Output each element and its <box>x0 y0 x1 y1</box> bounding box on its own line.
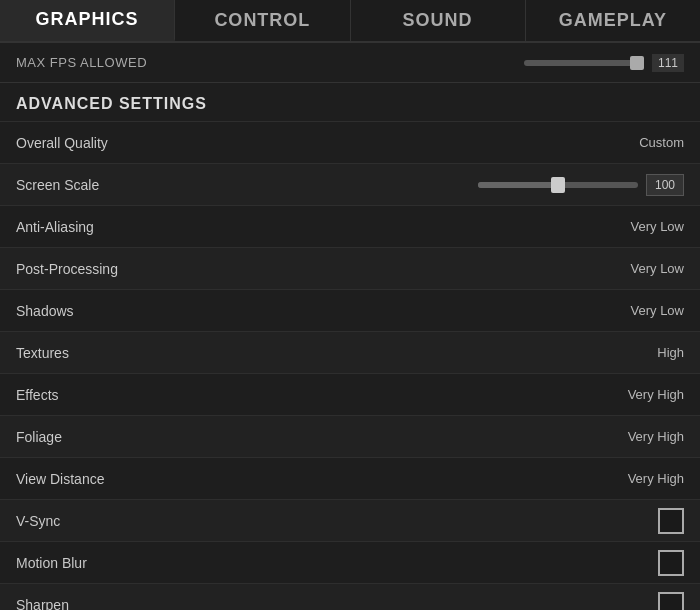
setting-row-overall-quality: Overall Quality Custom <box>0 121 700 163</box>
fps-label: Max FPS Allowed <box>16 55 147 70</box>
motion-blur-checkbox[interactable] <box>658 550 684 576</box>
foliage-label: Foliage <box>16 429 62 445</box>
screen-scale-right: 100 <box>478 174 684 196</box>
sharpen-label: Sharpen <box>16 597 69 611</box>
shadows-label: Shadows <box>16 303 74 319</box>
v-sync-checkbox[interactable] <box>658 508 684 534</box>
effects-value[interactable]: Very High <box>628 387 684 402</box>
setting-row-sharpen: Sharpen <box>0 583 700 610</box>
anti-aliasing-value[interactable]: Very Low <box>631 219 684 234</box>
textures-label: Textures <box>16 345 69 361</box>
tab-graphics[interactable]: GRAPHICS <box>0 0 175 41</box>
screen-scale-slider[interactable] <box>478 182 638 188</box>
fps-row: Max FPS Allowed 111 <box>0 43 700 83</box>
effects-label: Effects <box>16 387 59 403</box>
screen-scale-value: 100 <box>646 174 684 196</box>
tab-sound[interactable]: SOUND <box>351 0 526 41</box>
setting-row-textures: Textures High <box>0 331 700 373</box>
anti-aliasing-label: Anti-Aliasing <box>16 219 94 235</box>
setting-row-post-processing: Post-Processing Very Low <box>0 247 700 289</box>
screen-scale-fill <box>478 182 558 188</box>
overall-quality-value[interactable]: Custom <box>639 135 684 150</box>
content-area: Max FPS Allowed 111 ADVANCED SETTINGS Ov… <box>0 43 700 610</box>
tab-bar: GRAPHICS CONTROL SOUND GAMEPLAY <box>0 0 700 43</box>
setting-row-shadows: Shadows Very Low <box>0 289 700 331</box>
fps-right: 111 <box>524 54 684 72</box>
screen-scale-label: Screen Scale <box>16 177 99 193</box>
setting-row-screen-scale: Screen Scale 100 <box>0 163 700 205</box>
v-sync-label: V-Sync <box>16 513 60 529</box>
fps-slider-thumb <box>630 56 644 70</box>
fps-slider[interactable] <box>524 60 644 66</box>
sharpen-checkbox[interactable] <box>658 592 684 611</box>
post-processing-label: Post-Processing <box>16 261 118 277</box>
fps-value: 111 <box>652 54 684 72</box>
setting-row-anti-aliasing: Anti-Aliasing Very Low <box>0 205 700 247</box>
overall-quality-label: Overall Quality <box>16 135 108 151</box>
shadows-value[interactable]: Very Low <box>631 303 684 318</box>
tab-control[interactable]: CONTROL <box>175 0 350 41</box>
setting-row-foliage: Foliage Very High <box>0 415 700 457</box>
foliage-value[interactable]: Very High <box>628 429 684 444</box>
screen-scale-thumb <box>551 177 565 193</box>
post-processing-value[interactable]: Very Low <box>631 261 684 276</box>
setting-row-effects: Effects Very High <box>0 373 700 415</box>
setting-row-motion-blur: Motion Blur <box>0 541 700 583</box>
textures-value[interactable]: High <box>657 345 684 360</box>
tab-gameplay[interactable]: GAMEPLAY <box>526 0 700 41</box>
setting-row-view-distance: View Distance Very High <box>0 457 700 499</box>
setting-row-v-sync: V-Sync <box>0 499 700 541</box>
motion-blur-label: Motion Blur <box>16 555 87 571</box>
view-distance-label: View Distance <box>16 471 104 487</box>
advanced-settings-header: ADVANCED SETTINGS <box>0 83 700 121</box>
view-distance-value[interactable]: Very High <box>628 471 684 486</box>
